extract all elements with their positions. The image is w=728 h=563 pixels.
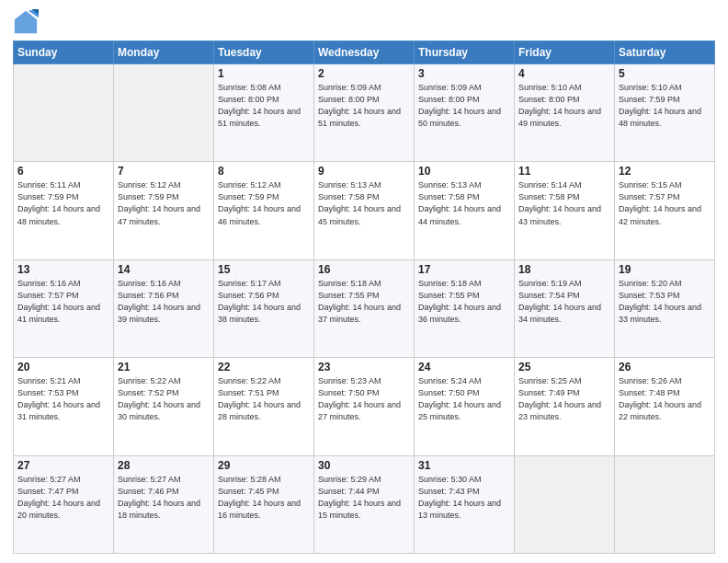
- calendar-cell: 1Sunrise: 5:08 AMSunset: 8:00 PMDaylight…: [214, 64, 314, 162]
- cell-info: Sunrise: 5:14 AMSunset: 7:58 PMDaylight:…: [518, 179, 610, 227]
- day-number: 24: [418, 361, 510, 373]
- header: [13, 9, 715, 35]
- day-number: 8: [218, 165, 310, 178]
- cell-info: Sunrise: 5:12 AMSunset: 7:59 PMDaylight:…: [218, 179, 310, 227]
- cell-info: Sunrise: 5:24 AMSunset: 7:50 PMDaylight:…: [418, 375, 510, 423]
- cell-info: Sunrise: 5:27 AMSunset: 7:47 PMDaylight:…: [17, 474, 109, 522]
- calendar-week-4: 20Sunrise: 5:21 AMSunset: 7:53 PMDayligh…: [14, 358, 715, 455]
- calendar-cell: 19Sunrise: 5:20 AMSunset: 7:53 PMDayligh…: [615, 259, 715, 357]
- calendar-cell: [615, 455, 715, 553]
- weekday-tuesday: Tuesday: [214, 41, 314, 64]
- calendar-cell: 21Sunrise: 5:22 AMSunset: 7:52 PMDayligh…: [114, 358, 214, 455]
- day-number: 28: [118, 459, 210, 472]
- day-number: 26: [619, 361, 711, 373]
- calendar-week-5: 27Sunrise: 5:27 AMSunset: 7:47 PMDayligh…: [14, 455, 715, 553]
- day-number: 10: [418, 165, 510, 178]
- cell-info: Sunrise: 5:29 AMSunset: 7:44 PMDaylight:…: [318, 474, 410, 522]
- calendar-cell: 12Sunrise: 5:15 AMSunset: 7:57 PMDayligh…: [615, 162, 715, 259]
- calendar-week-3: 13Sunrise: 5:16 AMSunset: 7:57 PMDayligh…: [14, 259, 715, 357]
- weekday-thursday: Thursday: [415, 41, 515, 64]
- calendar-cell: 10Sunrise: 5:13 AMSunset: 7:58 PMDayligh…: [415, 162, 515, 259]
- day-number: 7: [118, 165, 210, 178]
- day-number: 9: [318, 165, 410, 178]
- cell-info: Sunrise: 5:22 AMSunset: 7:51 PMDaylight:…: [218, 375, 310, 423]
- day-number: 18: [518, 263, 610, 276]
- cell-info: Sunrise: 5:19 AMSunset: 7:54 PMDaylight:…: [518, 278, 610, 326]
- calendar-cell: 17Sunrise: 5:18 AMSunset: 7:55 PMDayligh…: [415, 259, 515, 357]
- calendar: SundayMondayTuesdayWednesdayThursdayFrid…: [13, 40, 715, 554]
- calendar-cell: 30Sunrise: 5:29 AMSunset: 7:44 PMDayligh…: [314, 455, 415, 553]
- day-number: 3: [418, 67, 510, 80]
- cell-info: Sunrise: 5:11 AMSunset: 7:59 PMDaylight:…: [17, 179, 109, 227]
- day-number: 21: [118, 361, 210, 373]
- weekday-wednesday: Wednesday: [314, 41, 415, 64]
- weekday-friday: Friday: [515, 41, 615, 64]
- cell-info: Sunrise: 5:20 AMSunset: 7:53 PMDaylight:…: [619, 278, 711, 326]
- calendar-cell: 27Sunrise: 5:27 AMSunset: 7:47 PMDayligh…: [14, 455, 114, 553]
- calendar-cell: 2Sunrise: 5:09 AMSunset: 8:00 PMDaylight…: [314, 64, 415, 162]
- cell-info: Sunrise: 5:16 AMSunset: 7:56 PMDaylight:…: [118, 278, 210, 326]
- day-number: 12: [619, 165, 711, 178]
- calendar-cell: 6Sunrise: 5:11 AMSunset: 7:59 PMDaylight…: [14, 162, 114, 259]
- weekday-row: SundayMondayTuesdayWednesdayThursdayFrid…: [14, 41, 715, 64]
- cell-info: Sunrise: 5:09 AMSunset: 8:00 PMDaylight:…: [318, 82, 410, 130]
- day-number: 15: [218, 263, 310, 276]
- day-number: 25: [518, 361, 610, 373]
- calendar-cell: 5Sunrise: 5:10 AMSunset: 7:59 PMDaylight…: [615, 64, 715, 162]
- calendar-cell: 22Sunrise: 5:22 AMSunset: 7:51 PMDayligh…: [214, 358, 314, 455]
- calendar-cell: 18Sunrise: 5:19 AMSunset: 7:54 PMDayligh…: [515, 259, 615, 357]
- cell-info: Sunrise: 5:17 AMSunset: 7:56 PMDaylight:…: [218, 278, 310, 326]
- day-number: 5: [619, 67, 711, 80]
- calendar-cell: 28Sunrise: 5:27 AMSunset: 7:46 PMDayligh…: [114, 455, 214, 553]
- cell-info: Sunrise: 5:15 AMSunset: 7:57 PMDaylight:…: [619, 179, 711, 227]
- calendar-cell: 20Sunrise: 5:21 AMSunset: 7:53 PMDayligh…: [14, 358, 114, 455]
- day-number: 17: [418, 263, 510, 276]
- calendar-cell: 31Sunrise: 5:30 AMSunset: 7:43 PMDayligh…: [415, 455, 515, 553]
- day-number: 4: [518, 67, 610, 80]
- calendar-cell: 26Sunrise: 5:26 AMSunset: 7:48 PMDayligh…: [615, 358, 715, 455]
- day-number: 29: [218, 459, 310, 472]
- cell-info: Sunrise: 5:25 AMSunset: 7:49 PMDaylight:…: [518, 375, 610, 423]
- cell-info: Sunrise: 5:18 AMSunset: 7:55 PMDaylight:…: [418, 278, 510, 326]
- calendar-cell: 11Sunrise: 5:14 AMSunset: 7:58 PMDayligh…: [515, 162, 615, 259]
- calendar-cell: 3Sunrise: 5:09 AMSunset: 8:00 PMDaylight…: [415, 64, 515, 162]
- day-number: 16: [318, 263, 410, 276]
- calendar-cell: 15Sunrise: 5:17 AMSunset: 7:56 PMDayligh…: [214, 259, 314, 357]
- calendar-cell: 7Sunrise: 5:12 AMSunset: 7:59 PMDaylight…: [114, 162, 214, 259]
- day-number: 2: [318, 67, 410, 80]
- cell-info: Sunrise: 5:23 AMSunset: 7:50 PMDaylight:…: [318, 375, 410, 423]
- cell-info: Sunrise: 5:08 AMSunset: 8:00 PMDaylight:…: [218, 82, 310, 130]
- calendar-cell: 24Sunrise: 5:24 AMSunset: 7:50 PMDayligh…: [415, 358, 515, 455]
- day-number: 23: [318, 361, 410, 373]
- day-number: 19: [619, 263, 711, 276]
- calendar-body: 1Sunrise: 5:08 AMSunset: 8:00 PMDaylight…: [14, 64, 715, 554]
- cell-info: Sunrise: 5:26 AMSunset: 7:48 PMDaylight:…: [619, 375, 711, 423]
- day-number: 22: [218, 361, 310, 373]
- cell-info: Sunrise: 5:27 AMSunset: 7:46 PMDaylight:…: [118, 474, 210, 522]
- logo-icon: [13, 9, 39, 35]
- cell-info: Sunrise: 5:10 AMSunset: 7:59 PMDaylight:…: [619, 82, 711, 130]
- day-number: 20: [17, 361, 109, 373]
- cell-info: Sunrise: 5:22 AMSunset: 7:52 PMDaylight:…: [118, 375, 210, 423]
- calendar-cell: 16Sunrise: 5:18 AMSunset: 7:55 PMDayligh…: [314, 259, 415, 357]
- day-number: 14: [118, 263, 210, 276]
- calendar-cell: 29Sunrise: 5:28 AMSunset: 7:45 PMDayligh…: [214, 455, 314, 553]
- day-number: 31: [418, 459, 510, 472]
- calendar-cell: [515, 455, 615, 553]
- cell-info: Sunrise: 5:09 AMSunset: 8:00 PMDaylight:…: [418, 82, 510, 130]
- day-number: 13: [17, 263, 109, 276]
- weekday-monday: Monday: [114, 41, 214, 64]
- page: SundayMondayTuesdayWednesdayThursdayFrid…: [0, 0, 728, 563]
- calendar-cell: [114, 64, 214, 162]
- calendar-cell: 4Sunrise: 5:10 AMSunset: 8:00 PMDaylight…: [515, 64, 615, 162]
- calendar-header: SundayMondayTuesdayWednesdayThursdayFrid…: [14, 41, 715, 64]
- cell-info: Sunrise: 5:30 AMSunset: 7:43 PMDaylight:…: [418, 474, 510, 522]
- day-number: 11: [518, 165, 610, 178]
- weekday-sunday: Sunday: [14, 41, 114, 64]
- calendar-week-2: 6Sunrise: 5:11 AMSunset: 7:59 PMDaylight…: [14, 162, 715, 259]
- cell-info: Sunrise: 5:21 AMSunset: 7:53 PMDaylight:…: [17, 375, 109, 423]
- calendar-cell: 23Sunrise: 5:23 AMSunset: 7:50 PMDayligh…: [314, 358, 415, 455]
- day-number: 30: [318, 459, 410, 472]
- calendar-cell: 9Sunrise: 5:13 AMSunset: 7:58 PMDaylight…: [314, 162, 415, 259]
- logo: [13, 9, 42, 35]
